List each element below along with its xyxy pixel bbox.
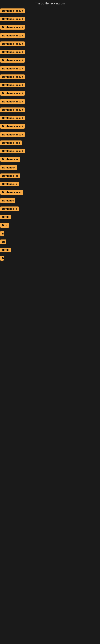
bottleneck-label[interactable]: Bottleneck result bbox=[0, 91, 25, 96]
bottleneck-label[interactable]: Bottleneck resu bbox=[0, 190, 23, 194]
site-header: TheBottlenecker.com bbox=[0, 0, 100, 7]
bottleneck-label[interactable]: Bottleneck result bbox=[0, 83, 25, 87]
bottleneck-label[interactable]: Bott bbox=[0, 223, 9, 228]
list-item: Bottleneck result bbox=[0, 132, 100, 138]
list-item: Bottlenec bbox=[0, 198, 100, 204]
bottleneck-label[interactable]: Bottleneck re bbox=[0, 174, 20, 178]
list-item: Bottleneck result bbox=[0, 74, 100, 81]
list-item: Bottleneck result bbox=[0, 123, 100, 130]
bottleneck-label[interactable]: Bottle bbox=[0, 248, 11, 252]
list-item: Bottle bbox=[0, 214, 100, 221]
list-item: Bottleneck resu bbox=[0, 189, 100, 196]
list-item: Bottleneck result bbox=[0, 115, 100, 122]
bottleneck-label[interactable]: Bottleneck result bbox=[0, 149, 25, 153]
bottleneck-label[interactable]: Bottleneck r bbox=[0, 182, 19, 186]
bottleneck-label[interactable]: Bottlenec bbox=[0, 198, 15, 203]
bottleneck-label[interactable]: Bottleneck result bbox=[0, 74, 25, 79]
list-item: Bo bbox=[0, 239, 100, 246]
bottleneck-label[interactable]: Bottleneck result bbox=[0, 99, 25, 104]
bottleneck-label[interactable]: Bottleneck result bbox=[0, 58, 25, 62]
items-container: Bottleneck resultBottleneck resultBottle… bbox=[0, 7, 100, 264]
list-item: Bottleneck res bbox=[0, 140, 100, 147]
bottleneck-label[interactable]: Bottleneck result bbox=[0, 8, 25, 13]
bottleneck-label[interactable]: Bottleneck bbox=[0, 165, 17, 170]
list-item: Bottleneck result bbox=[0, 98, 100, 106]
bottleneck-label[interactable]: Bottleneck result bbox=[0, 116, 25, 120]
list-item: Bottleneck bbox=[0, 164, 100, 172]
list-item: Bottleneck result bbox=[0, 8, 100, 15]
list-item: Bott bbox=[0, 222, 100, 229]
bottleneck-label[interactable]: Bottleneck result bbox=[0, 50, 25, 54]
bottleneck-label[interactable]: Bottleneck result bbox=[0, 25, 25, 30]
list-item: B bbox=[0, 255, 100, 262]
list-item: Bottleneck result bbox=[0, 148, 100, 155]
bottleneck-label[interactable]: Bottleneck res bbox=[0, 140, 22, 145]
list-item: Bottleneck result bbox=[0, 66, 100, 72]
bottleneck-label[interactable]: Bottleneck result bbox=[0, 66, 25, 71]
site-title: TheBottlenecker.com bbox=[0, 0, 100, 7]
list-item: Bottleneck r bbox=[0, 206, 100, 213]
bottleneck-label[interactable]: Bottleneck result bbox=[0, 17, 25, 21]
bottleneck-label[interactable]: Bottleneck result bbox=[0, 42, 25, 46]
list-item: Bottleneck result bbox=[0, 82, 100, 89]
list-item: Bottleneck r bbox=[0, 181, 100, 188]
bottleneck-label[interactable]: Bo bbox=[0, 240, 6, 244]
list-item: Bottleneck re bbox=[0, 173, 100, 180]
list-item: Bottleneck result bbox=[0, 16, 100, 23]
list-item: Bottleneck result bbox=[0, 41, 100, 48]
list-item: Bottleneck result bbox=[0, 90, 100, 97]
list-item: Bottleneck result bbox=[0, 49, 100, 56]
list-item: Bottle bbox=[0, 247, 100, 254]
bottleneck-label[interactable]: Bottleneck re bbox=[0, 157, 20, 162]
bottleneck-label[interactable]: Bottleneck result bbox=[0, 124, 25, 128]
bottleneck-label[interactable]: Bottleneck result bbox=[0, 33, 25, 38]
list-item: Bottleneck result bbox=[0, 24, 100, 31]
list-item: Bottleneck result bbox=[0, 107, 100, 114]
list-item: B bbox=[0, 230, 100, 238]
bottleneck-label[interactable]: Bottleneck r bbox=[0, 206, 19, 211]
bottleneck-label[interactable]: Bottleneck result bbox=[0, 132, 25, 137]
bottleneck-label[interactable]: Bottleneck result bbox=[0, 108, 25, 112]
bottleneck-label[interactable]: B bbox=[0, 256, 3, 260]
list-item: Bottleneck re bbox=[0, 156, 100, 163]
bottleneck-label[interactable]: B bbox=[0, 231, 4, 236]
bottleneck-label[interactable]: Bottle bbox=[0, 215, 11, 219]
list-item: Bottleneck result bbox=[0, 32, 100, 40]
list-item: Bottleneck result bbox=[0, 57, 100, 64]
